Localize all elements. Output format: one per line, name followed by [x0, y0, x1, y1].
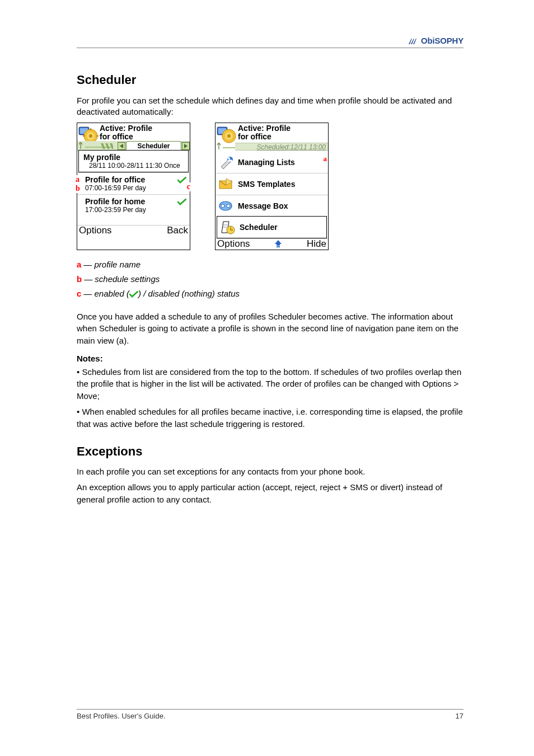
intro-text: For profile you can set the schedule whi…: [77, 95, 463, 118]
menu-label: Message Box: [238, 201, 288, 210]
menu-item-message-box[interactable]: Message Box: [216, 195, 328, 217]
callout-b: b: [76, 184, 80, 193]
menu-item-managing-lists[interactable]: Managing Lists: [216, 152, 328, 173]
phone-statusbar: Active: Profile for office: [216, 123, 328, 144]
menu-label: SMS Templates: [238, 180, 295, 189]
tape-icon: [218, 198, 233, 214]
menu-item-scheduler[interactable]: Scheduler: [217, 216, 327, 238]
check-icon: [177, 176, 186, 182]
profile-name: Profile for home: [82, 197, 186, 206]
profile-item[interactable]: a b c Profile for office 07:00-16:59 Per…: [77, 172, 190, 194]
footer-page-number: 17: [456, 712, 463, 720]
exceptions-p1: In each profile you can set exceptions f…: [77, 466, 463, 478]
check-icon: [177, 198, 186, 204]
profiles-list: My profile 28/11 10:00-28/11 11:30 Once …: [77, 150, 190, 216]
legend-b: b— schedule settings: [77, 273, 463, 286]
softkey-back[interactable]: Back: [167, 225, 188, 236]
svg-rect-27: [277, 246, 280, 247]
tab-arrow-left-icon[interactable]: [118, 142, 125, 150]
clock-calendar-icon: [219, 219, 235, 235]
svg-point-21: [227, 204, 230, 208]
active-profile-line2: for office: [238, 132, 291, 140]
contacts-icon: [218, 154, 233, 170]
legend-c: c— enabled () / disabled (nothing) statu…: [77, 287, 463, 300]
section-heading-exceptions: Exceptions: [77, 444, 463, 459]
scroll-up-icon[interactable]: [275, 240, 282, 248]
notes-block: Notes: • Schedules from list are conside…: [77, 353, 463, 430]
profile-item[interactable]: My profile 28/11 10:00-28/11 11:30 Once: [78, 150, 189, 172]
svg-point-14: [227, 134, 231, 138]
profile-time: 28/11 10:00-28/11 11:30 Once: [83, 162, 185, 170]
menu-label: Managing Lists: [238, 158, 295, 167]
legend-block: a— profile name b— schedule settings c— …: [77, 258, 463, 300]
svg-point-20: [221, 204, 224, 208]
tab-bar: Scheduler: [77, 142, 190, 151]
phone-screenshot-left: Active: Profile for office: [77, 123, 190, 250]
profile-time: 07:00-16:59 Per day: [82, 184, 186, 192]
notes-title: Notes:: [77, 354, 103, 363]
softkeys: Options Hide: [216, 238, 328, 250]
svg-rect-15: [223, 147, 235, 148]
callout-c: c: [187, 182, 190, 191]
brand-logo: ObiSOPHY: [409, 36, 463, 45]
menu-item-sms-templates[interactable]: SMS Templates: [216, 173, 328, 195]
active-profile-line2: for office: [100, 132, 152, 140]
active-profile-line1: Active: Profile: [238, 124, 291, 132]
callout-a: a: [76, 175, 79, 184]
check-icon: [129, 288, 138, 296]
scheduled-line: Scheduled:12/11 13:00: [235, 143, 328, 151]
phone-screenshot-right: Active: Profile for office Scheduled:12/…: [215, 123, 329, 250]
intro-paragraph: For profile you can set the schedule whi…: [77, 95, 463, 118]
logo-chevrons-icon: [409, 37, 420, 45]
profile-time: 17:00-23:59 Per day: [82, 206, 186, 214]
tab-arrow-right-icon[interactable]: [182, 142, 190, 150]
profile-gear-icon: [217, 124, 237, 144]
page-header: ObiSOPHY: [77, 35, 463, 48]
brand-name: ObiSOPHY: [421, 36, 463, 45]
main-menu-list: Managing Lists SMS Templates: [216, 152, 328, 238]
legend-a: a— profile name: [77, 258, 463, 271]
main-heading: Scheduler: [77, 73, 463, 87]
exceptions-body: In each profile you can set exceptions f…: [77, 466, 463, 505]
note-2: When enabled schedules for all profiles …: [77, 407, 463, 429]
svg-point-8: [89, 134, 92, 138]
profile-name: My profile: [83, 153, 185, 162]
softkey-options[interactable]: Options: [79, 225, 112, 236]
svg-point-17: [228, 157, 230, 159]
softkey-options[interactable]: Options: [217, 238, 250, 250]
footer-left: Best Profiles. User's Guide.: [77, 712, 166, 720]
explain-paragraph: Once you have added a schedule to any of…: [77, 311, 463, 347]
callout-a: a: [324, 154, 327, 163]
softkeys: Options Back: [77, 225, 190, 236]
active-profile-line1: Active: Profile: [100, 124, 152, 132]
exceptions-p2: An exception allows you to apply particu…: [77, 481, 463, 506]
tab-scheduler[interactable]: Scheduler: [126, 141, 181, 150]
screenshots-row: Active: Profile for office: [77, 123, 463, 250]
menu-label: Scheduler: [240, 223, 278, 232]
note-1: Schedules from list are considered from …: [77, 367, 461, 401]
profile-name: Profile for office: [82, 175, 186, 184]
page-footer: Best Profiles. User's Guide. 17: [77, 709, 463, 720]
softkey-hide[interactable]: Hide: [307, 238, 326, 250]
envelope-icon: [218, 176, 233, 192]
profile-item[interactable]: Profile for home 17:00-23:59 Per day: [77, 194, 190, 216]
